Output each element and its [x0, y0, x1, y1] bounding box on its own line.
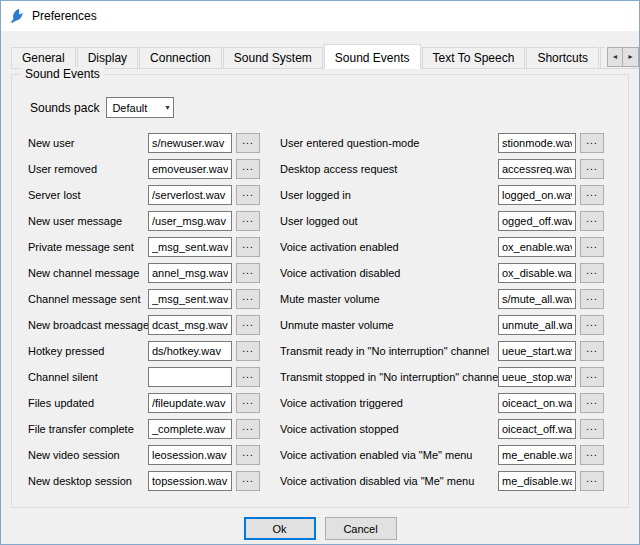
browse-button[interactable]: ... [580, 133, 604, 153]
sound-event-label: User removed [28, 163, 148, 175]
sound-event-row: Channel silent... [28, 364, 280, 390]
sound-file-input[interactable] [498, 159, 576, 179]
sound-file-input[interactable] [148, 289, 232, 309]
browse-button[interactable]: ... [580, 211, 604, 231]
sound-file-input[interactable] [498, 367, 576, 387]
sound-file-input[interactable] [498, 289, 576, 309]
titlebar: Preferences [1, 1, 639, 31]
browse-button[interactable]: ... [580, 367, 604, 387]
browse-button[interactable]: ... [236, 393, 260, 413]
browse-button[interactable]: ... [236, 237, 260, 257]
sound-file-input[interactable] [498, 341, 576, 361]
browse-button[interactable]: ... [236, 211, 260, 231]
browse-button[interactable]: ... [236, 419, 260, 439]
sound-file-input[interactable] [148, 211, 232, 231]
sound-file-input[interactable] [148, 237, 232, 257]
browse-button[interactable]: ... [580, 185, 604, 205]
browse-button[interactable]: ... [236, 445, 260, 465]
event-columns: New user...User removed...Server lost...… [28, 130, 616, 494]
browse-button[interactable]: ... [580, 263, 604, 283]
browse-button[interactable]: ... [236, 367, 260, 387]
sounds-pack-row: Sounds pack Default ▾ [30, 97, 616, 118]
sound-event-label: New channel message [28, 267, 148, 279]
tab-bar: GeneralDisplayConnectionSound SystemSoun… [11, 44, 639, 69]
sound-event-row: New desktop session... [28, 468, 280, 494]
groupbox-title: Sound Events [21, 67, 104, 81]
sound-file-input[interactable] [148, 419, 232, 439]
tab-shortcuts[interactable]: Shortcuts [526, 47, 599, 68]
window-title: Preferences [32, 9, 97, 23]
sounds-pack-select[interactable]: Default ▾ [106, 97, 174, 118]
sound-file-input[interactable] [148, 367, 232, 387]
sound-file-input[interactable] [498, 263, 576, 283]
tab-sound-events[interactable]: Sound Events [324, 44, 421, 69]
sound-file-input[interactable] [148, 393, 232, 413]
sound-event-row: Unmute master volume... [280, 312, 616, 338]
sound-event-row: Transmit stopped in "No interruption" ch… [280, 364, 616, 390]
browse-button[interactable]: ... [580, 159, 604, 179]
tab-display[interactable]: Display [77, 47, 138, 68]
sound-file-input[interactable] [498, 419, 576, 439]
sound-file-input[interactable] [148, 471, 232, 491]
sound-event-row: Hotkey pressed... [28, 338, 280, 364]
sound-file-input[interactable] [148, 263, 232, 283]
sound-event-label: Voice activation stopped [280, 423, 498, 435]
sound-event-label: Voice activation enabled [280, 241, 498, 253]
browse-button[interactable]: ... [580, 341, 604, 361]
sound-file-input[interactable] [498, 211, 576, 231]
browse-button[interactable]: ... [236, 341, 260, 361]
sound-event-label: New user [28, 137, 148, 149]
sound-event-label: File transfer complete [28, 423, 148, 435]
browse-button[interactable]: ... [580, 237, 604, 257]
sound-file-input[interactable] [498, 185, 576, 205]
sound-file-input[interactable] [148, 341, 232, 361]
tab-scroll-left-button[interactable]: ◄ [607, 47, 623, 67]
tab-text-to-speech[interactable]: Text To Speech [422, 47, 526, 68]
browse-button[interactable]: ... [580, 289, 604, 309]
sound-event-label: Private message sent [28, 241, 148, 253]
browse-button[interactable]: ... [580, 393, 604, 413]
sound-file-input[interactable] [148, 159, 232, 179]
tab-connection[interactable]: Connection [139, 47, 222, 68]
sound-event-row: New user... [28, 130, 280, 156]
browse-button[interactable]: ... [236, 263, 260, 283]
sound-file-input[interactable] [498, 445, 576, 465]
sound-file-input[interactable] [498, 133, 576, 153]
sound-file-input[interactable] [498, 315, 576, 335]
browse-button[interactable]: ... [236, 289, 260, 309]
browse-button[interactable]: ... [580, 419, 604, 439]
browse-button[interactable]: ... [580, 471, 604, 491]
sounds-pack-label: Sounds pack [30, 101, 99, 115]
browse-button[interactable]: ... [236, 471, 260, 491]
sound-file-input[interactable] [498, 237, 576, 257]
sound-event-row: Voice activation enabled via "Me" menu..… [280, 442, 616, 468]
tab-scroll-right-button[interactable]: ► [623, 47, 639, 67]
sound-event-label: Unmute master volume [280, 319, 498, 331]
sound-file-input[interactable] [148, 445, 232, 465]
tab-general[interactable]: General [11, 47, 76, 68]
browse-button[interactable]: ... [580, 445, 604, 465]
browse-button[interactable]: ... [236, 315, 260, 335]
sound-event-row: Channel message sent... [28, 286, 280, 312]
tab-sound-system[interactable]: Sound System [223, 47, 323, 68]
sound-event-row: New broadcast message... [28, 312, 280, 338]
sound-file-input[interactable] [148, 185, 232, 205]
cancel-button[interactable]: Cancel [325, 517, 397, 540]
sound-file-input[interactable] [148, 133, 232, 153]
browse-button[interactable]: ... [580, 315, 604, 335]
sound-event-row: Voice activation stopped... [280, 416, 616, 442]
sound-file-input[interactable] [148, 315, 232, 335]
sound-event-label: Channel message sent [28, 293, 148, 305]
sound-file-input[interactable] [498, 393, 576, 413]
sound-file-input[interactable] [498, 471, 576, 491]
sound-event-label: New user message [28, 215, 148, 227]
sound-event-label: User logged in [280, 189, 498, 201]
sound-event-row: User removed... [28, 156, 280, 182]
sound-event-row: User logged in... [280, 182, 616, 208]
ok-button[interactable]: Ok [244, 517, 316, 540]
browse-button[interactable]: ... [236, 185, 260, 205]
sound-event-row: User entered question-mode... [280, 130, 616, 156]
sound-event-row: Server lost... [28, 182, 280, 208]
browse-button[interactable]: ... [236, 159, 260, 179]
browse-button[interactable]: ... [236, 133, 260, 153]
